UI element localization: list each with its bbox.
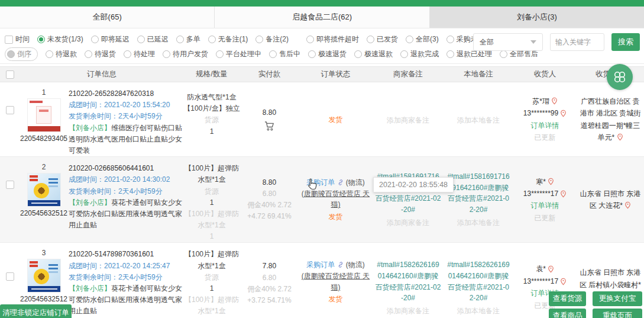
row-checkbox[interactable] <box>6 272 14 281</box>
time-filter-checkbox[interactable]: 时间 <box>5 34 30 44</box>
map-pin-icon[interactable] <box>560 110 567 117</box>
filter-refund-done[interactable]: 退款完成 <box>400 49 439 59</box>
product-image[interactable] <box>27 173 61 207</box>
local-note[interactable]: #tmall#1582626169014642160#唐鹏骏百货经营店#2021… <box>446 259 511 303</box>
order-detail-link[interactable]: 订单详情 <box>531 120 559 131</box>
radio-icon[interactable] <box>500 50 507 58</box>
filter-fast-return[interactable]: 极速退货 <box>308 49 347 59</box>
tab-all[interactable]: 全部(65) <box>0 7 215 28</box>
add-merchant-note[interactable]: 添加商家备注 <box>387 306 429 317</box>
tab-shop-qiyue[interactable]: 启越食品二店(62) <box>215 7 429 28</box>
cart-icon[interactable] <box>264 121 276 131</box>
map-pin-icon[interactable] <box>560 278 567 285</box>
filter-soon-delayed[interactable]: 即将延迟 <box>91 34 130 44</box>
filter-platform-processing[interactable]: 平台处理中 <box>216 49 261 59</box>
logistics-label[interactable]: (物流) <box>346 261 365 269</box>
order-number[interactable]: 210220-026685606441601 <box>69 163 183 174</box>
product-image[interactable] <box>27 259 61 293</box>
radio-icon[interactable] <box>400 50 408 58</box>
radio-icon[interactable] <box>446 50 454 58</box>
search-button[interactable]: 搜索 <box>611 33 640 51</box>
product-title[interactable]: 【刘备小店】维德医疗创可贴伤口贴透明防水透气医用创口贴止血贴少女可爱装 <box>69 123 183 157</box>
radio-icon[interactable] <box>176 36 184 43</box>
view-product-button[interactable]: 查看商品 <box>549 309 586 318</box>
radio-icon[interactable] <box>137 36 145 43</box>
quick-menu-button[interactable] <box>607 64 633 90</box>
filter-user-ship-pending[interactable]: 待用户发货 <box>163 49 208 59</box>
map-pin-icon[interactable] <box>560 190 567 198</box>
filter-multi-order[interactable]: 多单 <box>176 34 200 44</box>
map-pin-icon[interactable] <box>617 133 623 141</box>
radio-icon[interactable] <box>124 50 131 58</box>
reload-page-button[interactable]: 重载页面 <box>593 309 642 318</box>
supplier-store-link[interactable]: (唐鹏骏百货经营店 天猫) <box>299 188 373 210</box>
ship-action[interactable]: 发货 <box>329 211 343 223</box>
logistics-label[interactable]: (物流) <box>346 178 365 187</box>
radio-icon[interactable] <box>46 50 53 58</box>
order-number[interactable]: 210220-514789870361601 <box>69 249 183 260</box>
radio-icon[interactable] <box>269 50 277 58</box>
merchant-note[interactable]: #tmall#1582626169014642160#唐鹏骏百货经营店#2021… <box>375 259 441 303</box>
map-pin-icon[interactable] <box>624 201 631 209</box>
radio-icon[interactable] <box>163 50 170 58</box>
purchase-order-link[interactable]: 采购订单 <box>306 261 335 269</box>
radio-icon[interactable] <box>446 36 454 43</box>
add-merchant-note[interactable]: 添加商家备注 <box>387 217 429 229</box>
filter-delayed[interactable]: 已延迟 <box>137 34 169 44</box>
source-label[interactable]: 货源 <box>205 186 219 197</box>
supplier-store-link[interactable]: (唐鹏骏百货经营店 天猫) <box>299 271 373 293</box>
ship-action[interactable]: 发货 <box>329 294 343 305</box>
row-checkbox[interactable] <box>6 181 14 189</box>
add-local-note[interactable]: 添加本地备注 <box>457 115 500 126</box>
product-title[interactable]: 【刘备小店】葵花卡通创可贴女少女可爱防水创口贴医用液体透明透气家用止血贴 <box>69 197 183 232</box>
row-checkbox[interactable] <box>6 106 14 114</box>
tab-shop-liubei[interactable]: 刘备小店(3) <box>430 7 644 28</box>
filter-fast-refund[interactable]: 极速退款 <box>354 49 393 59</box>
filter-aftersale-in[interactable]: 售后中 <box>269 49 300 59</box>
add-local-note[interactable]: 添加本地备注 <box>457 217 500 229</box>
map-pin-icon[interactable] <box>548 265 554 273</box>
shop-select[interactable]: 全部 <box>473 33 543 51</box>
add-local-note[interactable]: 添加本地备注 <box>457 306 500 317</box>
product-title[interactable]: 【刘备小店】葵花卡通创可贴女少女可爱防水创口贴医用液体透明透气家用止血贴 <box>69 283 183 317</box>
purchase-order-link[interactable]: 采购订单 <box>306 178 335 187</box>
filter-not-shipped[interactable]: 未发货(1/3) <box>37 34 83 44</box>
radio-icon[interactable] <box>37 36 45 43</box>
order-detail-link[interactable]: 订单详情 <box>531 200 559 211</box>
map-pin-icon[interactable] <box>551 97 558 105</box>
radio-icon[interactable] <box>85 50 92 58</box>
filter-shipped[interactable]: 已发货 <box>367 34 398 44</box>
source-label[interactable]: 货源 <box>205 272 219 283</box>
filter-pickup-timeout[interactable]: 即将揽件超时 <box>306 34 359 44</box>
filter-note[interactable]: 备注(2) <box>255 34 289 44</box>
radio-icon[interactable] <box>91 36 99 43</box>
radio-icon[interactable] <box>216 50 224 58</box>
radio-icon[interactable] <box>255 36 263 43</box>
radio-icon[interactable] <box>308 50 316 58</box>
keyword-input[interactable] <box>550 33 604 51</box>
radio-icon[interactable] <box>406 36 413 43</box>
checkbox-icon[interactable] <box>5 36 13 44</box>
select-all-checkbox[interactable] <box>6 70 14 79</box>
product-image[interactable] <box>27 98 61 132</box>
sort-reverse-toggle[interactable]: 倒序 <box>5 47 38 61</box>
view-source-button[interactable]: 查看货源 <box>549 291 586 306</box>
ship-action[interactable]: 发货 <box>329 114 343 126</box>
filter-process-pending[interactable]: 待处理 <box>124 49 155 59</box>
order-number[interactable]: 210220-265282847620318 <box>69 88 183 99</box>
filter-no-note[interactable]: 无备注(1) <box>208 34 248 44</box>
filter-refund-pending[interactable]: 待退款 <box>46 49 77 59</box>
filter-all-3[interactable]: 全部(3) <box>406 34 439 44</box>
source-label[interactable]: 货源 <box>205 114 219 126</box>
add-merchant-note[interactable]: 添加商家备注 <box>387 115 429 126</box>
radio-icon[interactable] <box>354 50 362 58</box>
filter-return-pending[interactable]: 待退货 <box>85 49 116 59</box>
radio-icon[interactable] <box>7 50 15 58</box>
map-pin-icon[interactable] <box>548 178 554 185</box>
radio-icon[interactable] <box>367 36 374 43</box>
radio-icon[interactable] <box>306 36 314 43</box>
local-note[interactable]: #tmall#1581691716491642160#唐鹏骏百货经营店#2021… <box>446 171 511 215</box>
radio-icon[interactable] <box>208 36 216 43</box>
clean-unlocked-orders-button[interactable]: 清理非锁定店铺订单 <box>0 304 72 318</box>
change-alipay-button[interactable]: 更换支付宝 <box>593 291 642 306</box>
